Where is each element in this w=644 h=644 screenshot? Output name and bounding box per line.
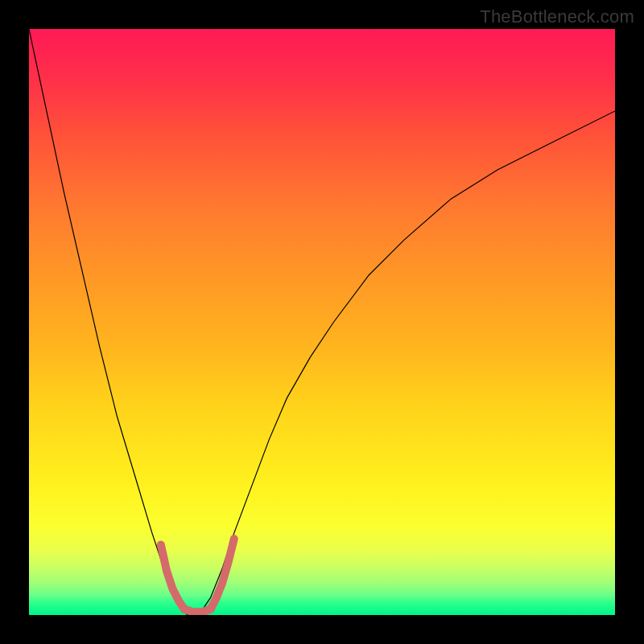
outer-frame: TheBottleneck.com: [0, 0, 644, 644]
bottleneck-curve: [29, 29, 615, 615]
plot-area: [29, 29, 615, 615]
watermark-text: TheBottleneck.com: [480, 6, 634, 27]
highlight-right: [211, 539, 234, 609]
highlight-left: [161, 545, 184, 609]
curve-layer: [29, 29, 615, 615]
